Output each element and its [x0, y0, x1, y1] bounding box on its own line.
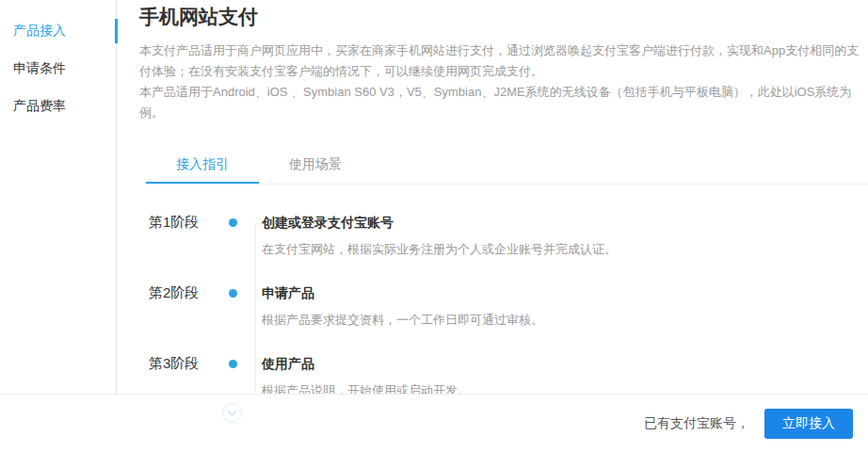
step-2-title: 申请产品: [262, 284, 859, 301]
step-2-body: 申请产品 根据产品要求提交资料，一个工作日即可通过审核。: [262, 284, 859, 329]
bottom-action-bar: 已有支付宝账号， 立即接入: [0, 394, 868, 452]
intro-paragraph-1: 本支付产品适用于商户网页应用中，买家在商家手机网站进行支付，通过浏览器唤起支付宝…: [139, 40, 868, 82]
existing-account-hint: 已有支付宝账号，: [644, 415, 749, 432]
access-now-button[interactable]: 立即接入: [764, 409, 853, 439]
step-2-description: 根据产品要求提交资料，一个工作日即可通过审核。: [262, 312, 859, 329]
page-title: 手机网站支付: [139, 5, 868, 29]
step-1-description: 在支付宝网站，根据实际业务注册为个人或企业账号并完成认证。: [262, 241, 859, 258]
step-3: 第3阶段 使用产品 根据产品说明，开始使用或启动开发。: [139, 355, 868, 394]
sidebar-item-application-conditions[interactable]: 申请条件: [0, 49, 116, 87]
sidebar-item-product-rates[interactable]: 产品费率: [0, 87, 116, 124]
tab-access-guide[interactable]: 接入指引: [146, 145, 259, 184]
step-1-title: 创建或登录支付宝账号: [262, 214, 859, 231]
step-2-stage-label: 第2阶段: [149, 284, 224, 301]
step-2-dot-icon: [229, 289, 237, 298]
intro-paragraph-2: 本产品适用于Android、iOS 、Symbian S60 V3，V5、Sym…: [139, 82, 868, 123]
step-3-body: 使用产品 根据产品说明，开始使用或启动开发。: [262, 355, 859, 394]
sidebar-item-product-access[interactable]: 产品接入: [0, 11, 116, 49]
step-2: 第2阶段 申请产品 根据产品要求提交资料，一个工作日即可通过审核。: [139, 284, 868, 328]
step-1-stage-label: 第1阶段: [149, 214, 224, 231]
mobile-website-payment-page: 产品接入 申请条件 产品费率 手机网站支付 本支付产品适用于商户网页应用中，买家…: [0, 0, 868, 452]
tab-use-cases[interactable]: 使用场景: [259, 145, 372, 184]
product-intro: 本支付产品适用于商户网页应用中，买家在商家手机网站进行支付，通过浏览器唤起支付宝…: [139, 40, 868, 123]
step-1-body: 创建或登录支付宝账号 在支付宝网站，根据实际业务注册为个人或企业账号并完成认证。: [262, 214, 859, 258]
step-3-dot-icon: [229, 360, 237, 368]
step-1: 第1阶段 创建或登录支付宝账号 在支付宝网站，根据实际业务注册为个人或企业账号并…: [139, 214, 868, 257]
step-3-title: 使用产品: [262, 355, 859, 372]
sidebar: 产品接入 申请条件 产品费率: [0, 0, 117, 394]
tab-bar: 接入指引 使用场景: [146, 145, 868, 185]
chevron-down-icon[interactable]: [222, 403, 242, 423]
step-1-dot-icon: [229, 218, 237, 227]
access-guide-steps: 第1阶段 创建或登录支付宝账号 在支付宝网站，根据实际业务注册为个人或企业账号并…: [139, 214, 868, 394]
main-content: 手机网站支付 本支付产品适用于商户网页应用中，买家在商家手机网站进行支付，通过浏…: [117, 0, 868, 394]
step-3-stage-label: 第3阶段: [149, 355, 224, 372]
step-3-description: 根据产品说明，开始使用或启动开发。: [262, 382, 859, 394]
